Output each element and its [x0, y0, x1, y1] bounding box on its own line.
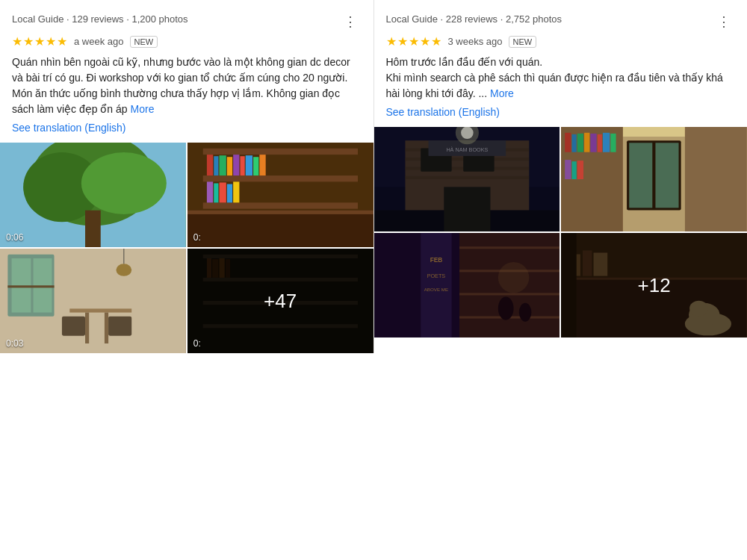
- svg-rect-99: [374, 233, 560, 337]
- svg-rect-9: [202, 202, 357, 208]
- right-review-header: Local Guide · 228 reviews · 2,752 photos…: [386, 13, 736, 30]
- left-review-panel: Local Guide · 129 reviews · 1,200 photos…: [0, 0, 374, 353]
- svg-rect-24: [233, 181, 239, 202]
- right-photo-4[interactable]: +12: [561, 233, 747, 337]
- left-photo-3-duration: 0:03: [6, 338, 23, 349]
- svg-rect-17: [245, 155, 252, 175]
- svg-rect-85: [561, 127, 747, 231]
- svg-rect-18: [253, 157, 258, 175]
- svg-rect-11: [207, 155, 213, 175]
- right-photo-2[interactable]: [561, 127, 747, 231]
- svg-rect-15: [233, 155, 239, 175]
- left-photo-4[interactable]: +47 0:: [187, 249, 374, 353]
- right-rating-row: ★★★★★ 3 weeks ago NEW: [386, 34, 736, 49]
- svg-rect-8: [202, 175, 357, 181]
- svg-rect-13: [219, 155, 226, 175]
- right-new-badge: NEW: [509, 36, 537, 48]
- svg-rect-19: [259, 155, 265, 175]
- left-photo-2-duration: 0:: [193, 232, 201, 243]
- left-photos-grid: 0:06: [0, 143, 374, 353]
- reviews-container: Local Guide · 129 reviews · 1,200 photos…: [0, 0, 747, 353]
- right-photo-4-more[interactable]: +12: [561, 233, 747, 337]
- svg-rect-23: [227, 184, 232, 202]
- right-photo-3[interactable]: FEB POETS ABOVE ME: [374, 233, 560, 337]
- left-new-badge: NEW: [130, 36, 158, 48]
- right-dots-menu[interactable]: ⋮: [713, 13, 735, 30]
- left-review-header: Local Guide · 129 reviews · 1,200 photos…: [12, 13, 362, 30]
- left-reviewer-meta: Local Guide · 129 reviews · 1,200 photos: [12, 13, 188, 25]
- left-photo-2[interactable]: 0:: [187, 143, 374, 247]
- svg-rect-39: [0, 249, 186, 353]
- left-photo-1[interactable]: 0:06: [0, 143, 186, 247]
- right-review-body: Hôm trước lần đầu đến với quán.Khi mình …: [386, 56, 723, 99]
- right-photo-1[interactable]: HÀ NAM BOOKS: [374, 127, 560, 231]
- svg-rect-65: [374, 127, 560, 231]
- svg-rect-22: [219, 182, 226, 202]
- left-review-text: Quán nhìn bên ngoài cũ kỹ, nhưng bước và…: [12, 55, 362, 117]
- svg-rect-20: [207, 181, 213, 202]
- svg-rect-14: [227, 157, 232, 175]
- left-dots-menu[interactable]: ⋮: [339, 13, 362, 30]
- left-see-translation[interactable]: See translation (English): [12, 122, 362, 134]
- svg-rect-7: [202, 149, 357, 155]
- svg-rect-16: [240, 156, 244, 175]
- right-stars: ★★★★★: [386, 34, 442, 49]
- right-more-link[interactable]: More: [490, 87, 514, 99]
- left-rating-row: ★★★★★ a week ago NEW: [12, 34, 362, 49]
- svg-rect-5: [0, 143, 186, 247]
- right-time-ago: 3 weeks ago: [448, 36, 503, 47]
- right-photos-grid: HÀ NAM BOOKS: [374, 127, 748, 337]
- right-reviewer-meta: Local Guide · 228 reviews · 2,752 photos: [386, 13, 562, 25]
- left-photo-4-duration: 0:: [193, 338, 201, 349]
- svg-rect-25: [187, 211, 374, 247]
- svg-rect-21: [214, 183, 218, 202]
- left-photo-4-more[interactable]: +47: [187, 249, 374, 353]
- right-see-translation[interactable]: See translation (English): [386, 106, 736, 118]
- left-time-ago: a week ago: [74, 36, 124, 47]
- left-stars: ★★★★★: [12, 34, 68, 49]
- svg-rect-26: [187, 211, 374, 214]
- left-more-link[interactable]: More: [131, 103, 155, 115]
- svg-rect-12: [214, 156, 218, 175]
- left-photo-3[interactable]: 0:03: [0, 249, 186, 353]
- right-review-text: Hôm trước lần đầu đến với quán.Khi mình …: [386, 55, 736, 102]
- right-review-panel: Local Guide · 228 reviews · 2,752 photos…: [374, 0, 748, 353]
- left-photo-1-duration: 0:06: [6, 232, 23, 243]
